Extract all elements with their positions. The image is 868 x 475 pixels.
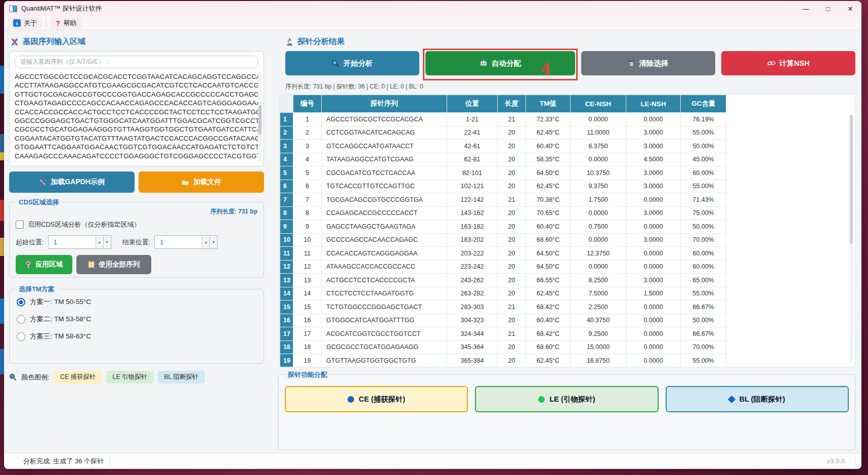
- row-header[interactable]: 16: [280, 314, 293, 327]
- sequence-textarea[interactable]: AGCCCTGGCGCTCCGCACGCACCTCGGTAACATCACAGCA…: [15, 72, 258, 160]
- table-cell: 11: [293, 247, 322, 261]
- use-full-sequence-button[interactable]: 使用全部序列: [76, 255, 151, 274]
- row-header[interactable]: 19: [280, 354, 293, 368]
- column-header[interactable]: TM值: [526, 95, 571, 113]
- start-spin-down[interactable]: ▾: [103, 236, 111, 248]
- row-header[interactable]: 12: [280, 260, 293, 274]
- table-row[interactable]: 11AGCCCTGGCGCTCCGCACGCA1-212172.33°C0.00…: [280, 113, 726, 126]
- table-row[interactable]: 99GAGCCTAAGGCTGAAGTAGA163-1822060.40°C0.…: [280, 220, 726, 234]
- row-header[interactable]: 3: [280, 140, 293, 153]
- calc-nsh-button[interactable]: 计算NSH: [721, 51, 855, 75]
- load-gapdh-example-button[interactable]: 加载GAPDH示例: [9, 171, 135, 193]
- table-row[interactable]: 1616GTGGGCATCAATGGATTTGG304-3232060.40°C…: [280, 314, 726, 327]
- table-row[interactable]: 1515TCTGTGGCCCGGGAGCTGACT283-3032168.42°…: [280, 300, 726, 314]
- column-header[interactable]: 编号: [293, 95, 322, 113]
- column-header[interactable]: GC含量: [681, 95, 726, 113]
- row-header[interactable]: 11: [280, 247, 293, 261]
- table-cell: 9.3750: [571, 180, 626, 193]
- end-position-spinner[interactable]: 1 ▴ ▾: [154, 235, 218, 249]
- table-row[interactable]: 1212ATAAAGCCACCACCGCCACC223-2422064.50°C…: [280, 260, 726, 274]
- table-cell: 21: [498, 113, 526, 126]
- table-row[interactable]: 66TGTCACCGTTGTCCAGTTGC102-1212062.45°C9.…: [280, 180, 726, 193]
- tm-option-3[interactable]: 方案三: TM 58-63°C: [17, 332, 256, 341]
- row-header[interactable]: 6: [280, 180, 293, 193]
- row-header[interactable]: 13: [280, 274, 293, 287]
- menubar: i 关于 ? 帮助: [4, 16, 861, 30]
- menu-about[interactable]: i 关于: [8, 17, 42, 29]
- row-header[interactable]: 18: [280, 340, 293, 354]
- table-cell: 65.00%: [681, 274, 726, 287]
- table-scrollbar[interactable]: [849, 115, 853, 363]
- table-row[interactable]: 1010GCCCCAGCCACAACCAGAGC183-2022068.60°C…: [280, 233, 726, 247]
- tm-option-1[interactable]: 方案一: TM 50-55°C: [17, 297, 256, 307]
- column-header[interactable]: LE-NSH: [626, 95, 681, 113]
- assign-bl-button[interactable]: BL (阻断探针): [666, 386, 849, 412]
- table-scrollbar-thumb[interactable]: [850, 115, 853, 244]
- table-cell: 64.50°C: [526, 166, 571, 180]
- row-header[interactable]: 8: [280, 206, 293, 220]
- assign-le-button[interactable]: LE (引物探针): [475, 386, 658, 412]
- column-header[interactable]: CE-NSH: [571, 95, 626, 113]
- column-header[interactable]: 探针序列: [322, 95, 447, 113]
- table-row[interactable]: 22CCTCGGTAACATCACAGCAG22-412062.45°C11.0…: [280, 126, 726, 140]
- legend-chip-le: LE 引物探针: [106, 371, 153, 383]
- table-row[interactable]: 55CGCGACATCGTCCTCACCAA82-1012064.50°C10.…: [280, 166, 726, 180]
- row-header[interactable]: 7: [280, 193, 293, 207]
- start-position-spinner[interactable]: 1 ▴ ▾: [48, 235, 111, 249]
- start-analysis-button[interactable]: 开始分析: [285, 51, 419, 75]
- start-position-value[interactable]: 1: [49, 236, 96, 248]
- end-spin-down[interactable]: ▾: [209, 236, 217, 248]
- table-cell: 70.00%: [681, 340, 726, 354]
- table-cell: 62.45°C: [526, 126, 571, 140]
- table-row[interactable]: 1818GCGCGCCTGCATGGAGAAGG345-3642068.60°C…: [280, 340, 726, 354]
- table-row[interactable]: 1717ACGCATCGGTCGCCTGGTCCT324-3442168.42°…: [280, 327, 726, 341]
- sequence-scrollbar[interactable]: [258, 72, 262, 162]
- table-row[interactable]: 1111CCACACCAGTCAGGGAGGAA203-2222064.50°C…: [280, 247, 726, 261]
- end-spin-up[interactable]: ▴: [202, 236, 209, 248]
- table-cell: 18: [293, 340, 322, 354]
- load-file-button[interactable]: 加载文件: [139, 171, 264, 193]
- maximize-button[interactable]: □: [817, 1, 839, 16]
- radio-button[interactable]: [17, 332, 25, 341]
- table-row[interactable]: 1919GTGTTAAGGTGGTGGCTGTG365-3842062.45°C…: [280, 354, 726, 368]
- table-row[interactable]: 77TGCGACAGCCGTGCCCGGTGA122-1422170.38°C1…: [280, 193, 726, 207]
- table-cell: CTCCTCCTCCTAAGATGGTG: [322, 287, 447, 300]
- table-cell: 20: [498, 354, 526, 368]
- table-cell: 4: [293, 153, 322, 166]
- close-button[interactable]: ✕: [839, 1, 861, 16]
- radio-button[interactable]: [17, 298, 25, 307]
- minimize-button[interactable]: —: [795, 1, 817, 16]
- table-cell: 13: [293, 274, 322, 287]
- row-header[interactable]: 4: [280, 153, 293, 166]
- tm-option-2[interactable]: 方案二: TM 53-58°C: [17, 315, 256, 324]
- row-header[interactable]: 15: [280, 300, 293, 314]
- table-cell: 3: [293, 140, 322, 153]
- row-header[interactable]: 5: [280, 166, 293, 180]
- sequence-length-label: 序列长度: 731 bp: [16, 207, 257, 216]
- table-row[interactable]: 44TATAAGAGGCCATGTCGAAG62-812058.35°C0.00…: [280, 153, 726, 166]
- table-row[interactable]: 33GTCCAGGCCAATGATAACCT42-612060.40°C6.37…: [280, 140, 726, 153]
- end-position-value[interactable]: 1: [155, 236, 202, 248]
- start-spin-up[interactable]: ▴: [96, 236, 103, 248]
- assign-ce-button[interactable]: CE (捕获探针): [285, 386, 468, 412]
- table-row[interactable]: 1313ACTGCCTCCTCACCCCGCTA243-2622066.55°C…: [280, 274, 726, 287]
- table-row[interactable]: 88CCAGAGCACCGCCCCCACCT143-1622070.65°C0.…: [280, 206, 726, 220]
- column-header[interactable]: 长度: [498, 95, 526, 113]
- row-header[interactable]: 14: [280, 287, 293, 300]
- auto-assign-button[interactable]: 自动分配: [425, 51, 576, 75]
- clear-selection-button[interactable]: 清除选择: [581, 51, 715, 75]
- table-cell: 40.3750: [571, 314, 626, 327]
- sequence-scrollbar-thumb[interactable]: [258, 105, 262, 135]
- row-header[interactable]: 1: [280, 113, 293, 126]
- menu-help[interactable]: ? 帮助: [51, 17, 81, 29]
- row-header[interactable]: 10: [280, 233, 293, 247]
- row-header[interactable]: 17: [280, 327, 293, 341]
- radio-button[interactable]: [17, 315, 25, 324]
- row-header[interactable]: 9: [280, 220, 293, 234]
- row-header[interactable]: 2: [280, 126, 293, 140]
- enable-cds-checkbox[interactable]: [16, 221, 24, 229]
- table-cell: 6: [293, 180, 322, 193]
- table-row[interactable]: 1414CTCCTCCTCCTAAGATGGTG263-2822062.45°C…: [280, 287, 726, 300]
- column-header[interactable]: 位置: [447, 95, 498, 113]
- apply-region-button[interactable]: 应用区域: [16, 255, 72, 274]
